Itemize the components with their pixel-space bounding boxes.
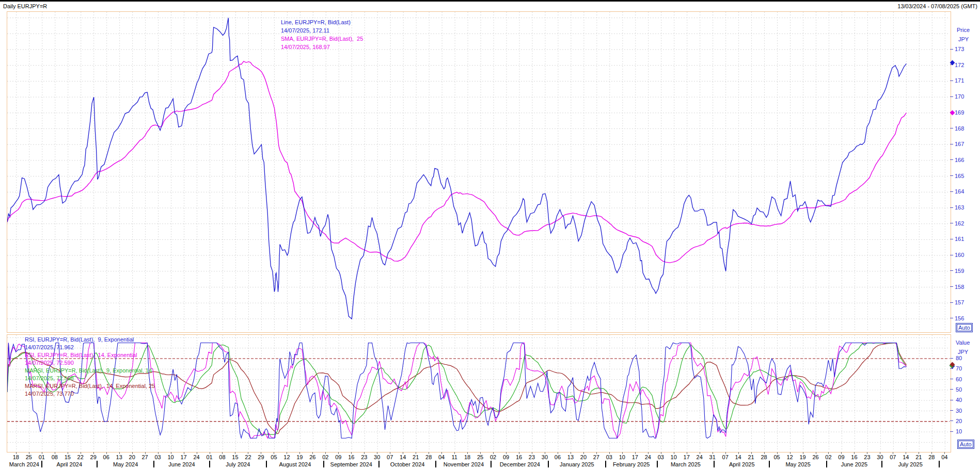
price-axis-tick-label: 165 — [955, 173, 964, 179]
x-axis-day-label: 28 — [423, 454, 434, 460]
price-axis-tick-label: 173 — [955, 46, 964, 52]
price-axis-tick-label: 159 — [955, 268, 964, 274]
x-axis-day-label: 05 — [268, 454, 279, 460]
x-axis-day-label: 10 — [165, 454, 177, 460]
value-axis-tick — [950, 431, 953, 432]
x-axis-day-label: 10 — [617, 454, 628, 460]
x-axis-day-label: 23 — [526, 454, 538, 460]
price-plot[interactable] — [7, 12, 950, 331]
x-axis-month-label: June 2025 — [827, 461, 882, 467]
x-axis-day-label: 25 — [475, 454, 486, 460]
x-axis-day-label: 22 — [242, 454, 254, 460]
x-axis-day-label: 12 — [784, 454, 796, 460]
x-axis-day-label: 03 — [152, 454, 164, 460]
x-axis-day-label: 14 — [397, 454, 408, 460]
x-axis-day-label: 03 — [655, 454, 667, 460]
value-axis-tick — [950, 379, 953, 379]
x-axis-day-label: 07 — [720, 454, 731, 460]
value-axis-tick-label: 70 — [956, 365, 962, 371]
x-axis-day-label: 28 — [926, 454, 937, 460]
value-axis-tick-label: 50 — [956, 386, 962, 393]
x-axis-month-label: October 2024 — [379, 461, 436, 467]
auto-scale-button-value-label: Auto — [958, 441, 973, 448]
price-axis-tick-label: 162 — [955, 220, 964, 227]
x-axis-month-label: September 2024 — [324, 461, 379, 467]
main-chart-panel[interactable]: Line, EURJPY=R, Bid(Last)14/07/2025, 172… — [7, 11, 951, 333]
price-axis-tick-label: 172 — [955, 62, 964, 68]
chart-date-range: 13/03/2024 - 07/08/2025 (GMT) — [897, 3, 977, 9]
price-axis-tick — [950, 270, 953, 271]
main-chart-legend: Line, EURJPY=R, Bid(Last)14/07/2025, 172… — [281, 18, 363, 51]
x-axis-day-label: 02 — [487, 454, 499, 460]
x-axis-day-label: 16 — [345, 454, 357, 460]
x-axis-month-label: January 2025 — [548, 461, 606, 467]
x-axis-day-label: 20 — [578, 454, 589, 460]
x-axis-day-label: 20 — [127, 454, 138, 460]
price-axis-tick-label: 167 — [955, 141, 964, 147]
x-axis-day-label: 15 — [229, 454, 241, 460]
price-axis-tick — [950, 128, 953, 128]
price-axis-title-line1: Price — [957, 27, 970, 33]
price-axis-tick — [950, 49, 953, 50]
x-axis-day-label: 21 — [410, 454, 421, 460]
price-axis-tick — [950, 144, 953, 144]
value-axis-tick — [950, 410, 953, 411]
price-axis-tick — [950, 302, 953, 303]
legend-line: RSI, EURJPY=R, Bid(Last), 9, Exponential — [25, 336, 155, 344]
x-axis-day-label: 15 — [62, 454, 73, 460]
price-axis-tick-label: 170 — [955, 93, 964, 100]
x-axis-day-label: 12 — [281, 454, 292, 460]
x-axis-day-label: 19 — [294, 454, 305, 460]
x-axis-month-label: February 2025 — [606, 461, 657, 467]
x-axis-day-label: 18 — [462, 454, 473, 460]
legend-line: Line, EURJPY=R, Bid(Last) — [281, 18, 363, 26]
x-axis-day-label: 02 — [823, 454, 834, 460]
price-axis-tick-label: 166 — [955, 157, 964, 163]
indicator-chart-panel[interactable]: RSI, EURJPY=R, Bid(Last), 9, Exponential… — [7, 334, 951, 452]
x-axis-day-label: 13 — [565, 454, 576, 460]
x-axis-day-label: 29 — [255, 454, 266, 460]
x-axis-day-label: 01 — [204, 454, 215, 460]
x-axis-day-label: 26 — [307, 454, 318, 460]
x-axis-day-label: 04 — [939, 454, 950, 460]
x-axis-day-label: 17 — [681, 454, 692, 460]
price-axis-tick-label: 161 — [955, 236, 964, 242]
x-axis-day-label: 09 — [835, 454, 847, 460]
x-axis-day-label: 17 — [178, 454, 189, 460]
auto-scale-button-value[interactable]: Auto — [957, 440, 974, 449]
x-axis-day-label: 17 — [629, 454, 641, 460]
chart-title: Daily EURJPY=R — [3, 3, 47, 9]
x-axis-month-label: December 2024 — [491, 461, 548, 467]
x-axis-day-label: 07 — [384, 454, 396, 460]
auto-scale-button-price[interactable]: Auto — [956, 323, 973, 332]
price-axis-tick-label: 168 — [955, 125, 964, 132]
x-axis-day-label: 27 — [139, 454, 151, 460]
legend-line: SMA, EURJPY=R, Bid(Last), 25 — [281, 35, 363, 43]
legend-line: MARSI, EURJPY=R, Bid(Last), 9, Exponenti… — [25, 367, 155, 375]
sma-line — [7, 61, 906, 263]
value-axis-tick-label: 60 — [956, 376, 962, 382]
x-axis-month-label: March 2025 — [657, 461, 715, 467]
chart-application-window: { "header": { "title": "Daily EURJPY=R",… — [0, 0, 980, 469]
x-axis-day-label: 30 — [539, 454, 550, 460]
price-axis-tick — [950, 318, 953, 318]
price-axis-tick — [950, 191, 953, 192]
x-axis-month-label: August 2024 — [266, 461, 324, 467]
x-axis-day-label: 30 — [371, 454, 383, 460]
legend-line: 14/07/2025, 72.590 — [25, 359, 155, 367]
x-axis-day-label: 23 — [861, 454, 873, 460]
value-axis-tick-label: 20 — [956, 418, 962, 424]
x-axis-day-label: 09 — [333, 454, 344, 460]
price-axis-tick-label: 158 — [955, 284, 964, 290]
legend-line: 14/07/2025, 168.97 — [281, 43, 363, 51]
x-axis-day-label: 07 — [887, 454, 898, 460]
x-axis-day-label: 21 — [746, 454, 757, 460]
x-axis-day-label: 28 — [758, 454, 770, 460]
x-axis-day-label: 14 — [733, 454, 744, 460]
price-axis-tick — [950, 80, 953, 81]
legend-line: RSI, EURJPY=R, Bid(Last), 14, Exponentia… — [25, 351, 155, 359]
x-axis-month-label: May 2024 — [97, 461, 154, 467]
x-axis-day-label: 29 — [88, 454, 99, 460]
x-axis-day-label: 05 — [771, 454, 783, 460]
value-axis-tick-label: 30 — [956, 408, 962, 414]
